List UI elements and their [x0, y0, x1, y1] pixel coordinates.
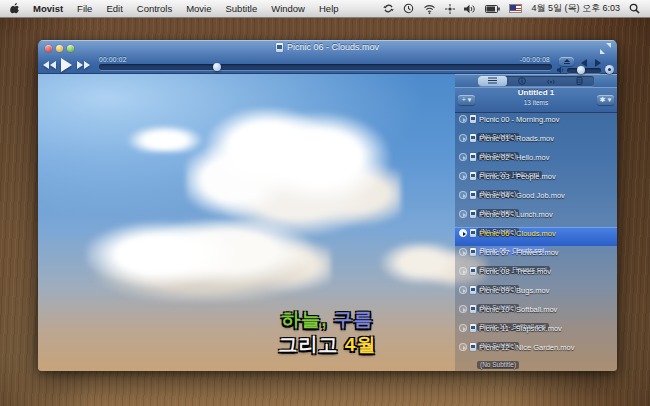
movie-file-icon — [470, 343, 476, 351]
playlist: Picnic 00 - Morning.mov(No Subtitle)Picn… — [455, 113, 617, 371]
broadcast-tab[interactable] — [536, 76, 565, 86]
window-header: Picnic 06 - Clouds.mov 00:00:02 -00:00:0… — [38, 40, 617, 74]
play-state-icon[interactable] — [459, 153, 467, 161]
play-state-icon[interactable] — [459, 324, 467, 332]
playlist-row[interactable]: Picnic 02 - Hello.movPicnic 02 - Hello.s… — [455, 151, 617, 170]
play-state-icon[interactable] — [459, 115, 467, 123]
movie-file-name: Picnic 05 - Lunch.mov — [479, 210, 553, 219]
menu-bar: Movist File Edit Controls Movie Subtitle… — [0, 0, 650, 18]
now-playing-icon[interactable] — [459, 229, 467, 237]
menu-edit[interactable]: Edit — [99, 0, 129, 17]
playlist-count: 13 items — [455, 99, 617, 107]
menu-movist[interactable]: Movist — [26, 0, 70, 17]
menu-movie[interactable]: Movie — [179, 0, 218, 17]
play-state-icon[interactable] — [459, 191, 467, 199]
playlist-row[interactable]: Picnic 05 - Lunch.mov(No Subtitle) — [455, 208, 617, 227]
movie-file-name: Picnic 00 - Morning.mov — [479, 115, 559, 124]
playlist-row[interactable]: Picnic 09 - Bugs.mov(No Subtitle) — [455, 284, 617, 303]
spotlight-icon[interactable] — [629, 3, 640, 14]
volume-slider[interactable] — [567, 68, 601, 73]
panel-toggle-button[interactable] — [605, 65, 614, 74]
playlist-name: Untitled 1 — [455, 87, 617, 99]
movie-file-icon — [470, 210, 476, 218]
movie-file-icon — [470, 153, 476, 161]
movie-file-name: Picnic 08 - Trees.mov — [479, 267, 551, 276]
movie-file-name: Picnic 07 - Flowers.mov — [479, 248, 559, 257]
remaining-time: -00:00:08 — [520, 56, 550, 63]
playlist-row[interactable]: Picnic 10 - Softball.movPicnic 10 - Soft… — [455, 303, 617, 322]
movie-file-icon — [470, 248, 476, 256]
menu-subtitle[interactable]: Subtitle — [219, 0, 265, 17]
seek-slider[interactable] — [99, 64, 552, 70]
play-state-icon[interactable] — [459, 267, 467, 275]
play-state-icon[interactable] — [459, 305, 467, 313]
movie-doc-icon — [276, 43, 283, 52]
input-flag-us-icon[interactable] — [509, 4, 522, 13]
playlist-row[interactable]: Picnic 01 - Roads.mov(No Subtitle) — [455, 132, 617, 151]
fast-forward-button[interactable] — [77, 61, 90, 69]
elapsed-time: 00:00:02 — [99, 56, 127, 63]
movie-file-name: Picnic 01 - Roads.mov — [479, 134, 554, 143]
video-tab[interactable] — [565, 76, 594, 86]
movie-file-icon — [470, 229, 476, 237]
rewind-button[interactable] — [43, 61, 56, 69]
menubar-clock[interactable]: 4월 5일 (목) 오후 6:03 — [531, 2, 620, 15]
play-state-icon[interactable] — [459, 210, 467, 218]
playlist-row[interactable]: Picnic 07 - Flowers.movPicnic 07 - Flowe… — [455, 246, 617, 265]
play-state-icon[interactable] — [459, 134, 467, 142]
universal-access-icon[interactable] — [445, 4, 455, 14]
volume-icon[interactable] — [464, 4, 476, 14]
wifi-icon[interactable] — [423, 4, 436, 14]
playlist-row[interactable]: Picnic 03 - People.mov(No Subtitle) — [455, 170, 617, 189]
battery-icon[interactable] — [485, 5, 500, 13]
movist-window: 하늘, 구름그리고 4월 Picnic 06 - Clouds.mov 00:0… — [38, 40, 617, 371]
playlist-row[interactable]: Picnic 08 - Trees.mov(No Subtitle) — [455, 265, 617, 284]
time-machine-icon[interactable] — [403, 3, 414, 14]
playlist-header: Untitled 1 13 items + ▾ ✱ ▾ — [455, 87, 617, 113]
panel-tab-bar — [455, 74, 617, 87]
menu-window[interactable]: Window — [264, 0, 312, 17]
subtitle-file-label: (No Subtitle) — [477, 361, 519, 369]
movie-file-icon — [470, 267, 476, 275]
movie-file-name: Picnic 12 - Nice Garden.mov — [479, 343, 574, 352]
playlist-row[interactable]: Picnic 12 - Nice Garden.mov(No Subtitle) — [455, 341, 617, 360]
fullscreen-icon[interactable] — [600, 43, 611, 54]
play-button[interactable] — [61, 58, 72, 72]
playlist-panel: Untitled 1 13 items + ▾ ✱ ▾ Picnic 00 - … — [455, 74, 617, 371]
movie-file-name: Picnic 04 - Good Job.mov — [479, 191, 565, 200]
movie-file-name: Picnic 03 - People.mov — [479, 172, 556, 181]
playlist-row[interactable]: Picnic 00 - Morning.mov(No Subtitle) — [455, 113, 617, 132]
menu-help[interactable]: Help — [312, 0, 346, 17]
info-tab[interactable] — [507, 76, 536, 86]
play-state-icon[interactable] — [459, 248, 467, 256]
playlist-tab[interactable] — [478, 76, 507, 86]
menu-controls[interactable]: Controls — [130, 0, 179, 17]
movie-file-name: Picnic 10 - Softball.mov — [479, 305, 557, 314]
playlist-row[interactable]: Picnic 04 - Good Job.mov(No Subtitle) — [455, 189, 617, 208]
window-title: Picnic 06 - Clouds.mov — [38, 42, 617, 52]
add-item-button[interactable]: + ▾ — [458, 95, 475, 105]
movie-file-name: Picnic 02 - Hello.mov — [479, 153, 549, 162]
movie-file-name: Picnic 09 - Bugs.mov — [479, 286, 549, 295]
movie-file-icon — [470, 324, 476, 332]
eject-button[interactable] — [559, 57, 574, 66]
play-state-icon[interactable] — [459, 172, 467, 180]
movie-file-icon — [470, 172, 476, 180]
playlist-row[interactable]: Picnic 11 - Slapstick.mov(No Subtitle) — [455, 322, 617, 341]
action-menu-button[interactable]: ✱ ▾ — [597, 95, 614, 105]
play-state-icon[interactable] — [459, 343, 467, 351]
volume-knob[interactable] — [577, 66, 585, 74]
movie-file-icon — [470, 134, 476, 142]
cloud-mid — [86, 220, 331, 302]
apple-menu-icon[interactable] — [10, 3, 21, 15]
movie-file-icon — [470, 115, 476, 123]
sync-icon[interactable] — [383, 3, 394, 14]
playlist-row[interactable]: Picnic 06 - Clouds.movPicnic 06 - Clouds… — [455, 227, 617, 246]
movie-file-name: Picnic 11 - Slapstick.mov — [479, 324, 562, 333]
movie-file-name: Picnic 06 - Clouds.mov — [479, 229, 556, 238]
seek-knob[interactable] — [213, 63, 221, 71]
movie-file-icon — [470, 191, 476, 199]
movie-file-icon — [470, 286, 476, 294]
play-state-icon[interactable] — [459, 286, 467, 294]
menu-file[interactable]: File — [70, 0, 99, 17]
